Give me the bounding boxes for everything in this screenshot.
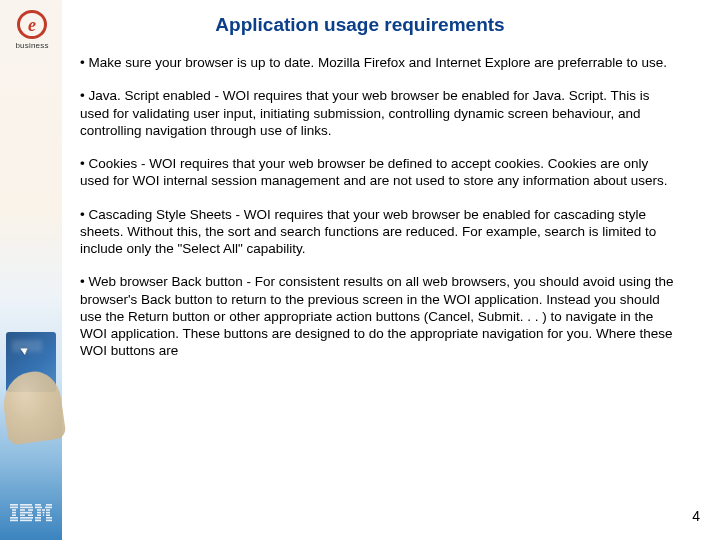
svg-rect-7 [20,504,32,506]
svg-rect-32 [46,520,52,522]
svg-rect-14 [20,517,33,519]
bullet-item: • Java. Script enabled - WOI requires th… [80,87,680,139]
svg-rect-9 [20,509,25,511]
svg-rect-24 [43,512,45,514]
content-area: • Make sure your browser is up to date. … [80,54,680,376]
svg-rect-30 [46,517,52,519]
svg-rect-6 [10,520,18,522]
svg-rect-16 [35,504,41,506]
ebusiness-badge-label: business [15,41,48,50]
ibm-logo-svg [10,504,52,522]
svg-rect-1 [10,507,18,509]
svg-rect-12 [20,514,25,516]
page-number: 4 [692,508,700,524]
slide-title: Application usage requirements [0,14,720,36]
bullet-item: • Cascading Style Sheets - WOI requires … [80,206,680,258]
svg-rect-11 [20,512,32,514]
svg-rect-10 [28,509,33,511]
svg-rect-28 [46,514,50,516]
svg-rect-17 [46,504,52,506]
svg-rect-5 [10,517,18,519]
svg-rect-0 [10,504,18,506]
svg-rect-18 [35,507,42,509]
bullet-item: • Make sure your browser is up to date. … [80,54,680,71]
svg-rect-8 [20,507,33,509]
svg-rect-4 [12,514,16,516]
bullet-item: • Cookies - WOI requires that your web b… [80,155,680,190]
svg-rect-2 [12,509,16,511]
svg-rect-19 [45,507,52,509]
bullet-item: • Web browser Back button - For consiste… [80,273,680,359]
svg-rect-31 [35,520,41,522]
hand-touch-graphic [0,302,62,452]
svg-rect-3 [12,512,16,514]
ibm-logo-icon [10,504,52,526]
svg-rect-13 [28,514,33,516]
svg-rect-20 [37,509,41,511]
svg-rect-23 [37,512,41,514]
left-decorative-strip: e business [0,0,62,540]
svg-rect-29 [35,517,41,519]
svg-rect-21 [42,509,45,511]
slide: e business [0,0,720,540]
svg-rect-26 [37,514,41,516]
svg-rect-27 [43,514,44,516]
svg-rect-25 [46,512,50,514]
svg-rect-15 [20,520,32,522]
svg-rect-22 [46,509,50,511]
